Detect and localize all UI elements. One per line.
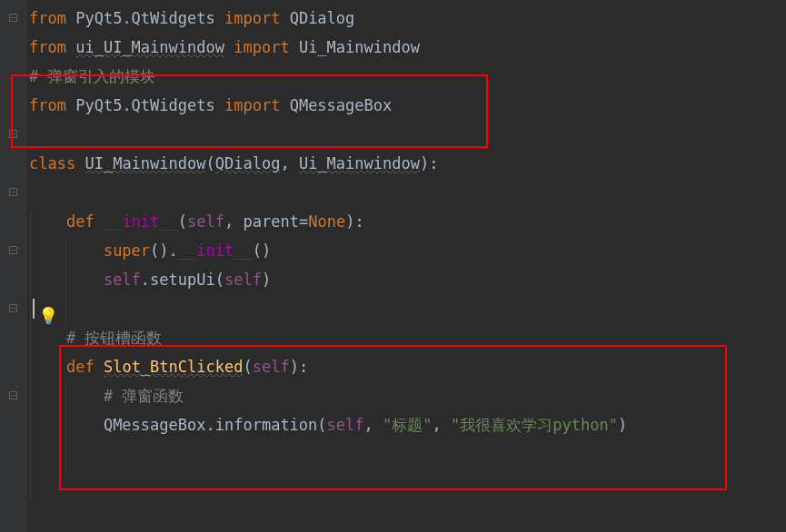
code-line (29, 178, 786, 207)
code-line: def Slot_BtnClicked(self): (29, 352, 786, 381)
keyword-import: import (224, 9, 280, 27)
keyword-from: from (29, 9, 66, 27)
class-ref: QMessageBox (104, 416, 206, 434)
keyword-from: from (29, 96, 66, 114)
code-line: from PyQt5.QtWidgets import QMessageBox (29, 91, 786, 120)
fold-marker[interactable] (9, 246, 17, 254)
keyword-def: def (66, 358, 95, 376)
module-name: ui_UI_Mainwindow (75, 38, 224, 56)
keyword-class: class (29, 154, 75, 172)
comment: # 按钮槽函数 (66, 329, 162, 347)
code-line (29, 120, 786, 149)
string-literal: "标题" (383, 416, 432, 434)
fold-marker[interactable] (9, 14, 17, 22)
code-editor[interactable]: from PyQt5.QtWidgets import QDialog from… (27, 4, 786, 468)
string-literal: "我很喜欢学习python" (451, 416, 618, 434)
import-name: QMessageBox (290, 96, 393, 114)
indent-guide (65, 385, 66, 472)
comment: # 弹窗函数 (104, 387, 184, 405)
code-line: from PyQt5.QtWidgets import QDialog (29, 4, 786, 33)
method-call: __init__ (178, 241, 253, 260)
indent-guide (30, 211, 31, 501)
indent-guide (65, 240, 66, 327)
fold-marker[interactable] (9, 391, 17, 399)
base-class: Ui_Mainwindow (299, 154, 420, 172)
module-name: PyQt5.QtWidgets (75, 9, 215, 27)
keyword-none: None (308, 212, 345, 231)
fold-marker[interactable] (9, 188, 17, 196)
code-line: # 弹窗引入的模块 (29, 62, 786, 91)
code-line: def __init__(self, parent=None): (29, 207, 786, 236)
method-call: information (215, 416, 318, 434)
code-line: class UI_Mainwindow(QDialog, Ui_Mainwind… (29, 149, 786, 178)
builtin-super: super (104, 241, 150, 260)
self-ref: self (104, 271, 141, 289)
keyword-from: from (29, 38, 66, 56)
self-param: self (253, 358, 290, 376)
code-line: super().__init__() (29, 236, 786, 265)
code-line (29, 439, 786, 468)
code-line: # 按钮槽函数 (29, 323, 786, 352)
text-caret (33, 299, 35, 319)
code-line: # 弹窗函数 (29, 381, 786, 410)
code-line (29, 294, 786, 323)
self-arg: self (327, 416, 364, 434)
keyword-import: import (234, 38, 289, 56)
function-name: Slot_BtnClicked (104, 358, 244, 376)
keyword-import: import (224, 96, 280, 114)
self-arg: self (224, 271, 262, 289)
param: parent (244, 212, 299, 231)
import-name: QDialog (290, 9, 355, 27)
module-name: PyQt5.QtWidgets (75, 96, 215, 114)
self-param: self (187, 212, 224, 231)
method-call: setupUi (150, 271, 215, 289)
keyword-def: def (66, 212, 95, 231)
function-name: __init__ (104, 212, 178, 231)
import-name: Ui_Mainwindow (299, 38, 420, 56)
gutter[interactable] (0, 0, 27, 532)
code-line: QMessageBox.information(self, "标题", "我很喜… (29, 410, 786, 439)
base-class: QDialog (215, 154, 281, 172)
code-line: self.setupUi(self) (29, 265, 786, 294)
code-line: from ui_UI_Mainwindow import Ui_Mainwind… (29, 33, 786, 62)
fold-marker[interactable] (9, 130, 17, 138)
fold-marker[interactable] (9, 304, 17, 312)
class-name: UI_Mainwindow (85, 154, 205, 172)
comment: # 弹窗引入的模块 (29, 67, 155, 85)
